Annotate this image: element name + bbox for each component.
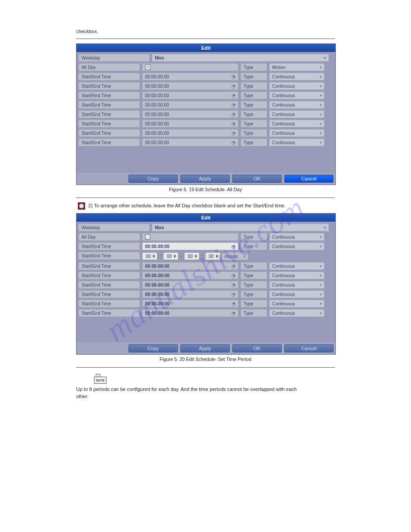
time-field[interactable]: 00:00-00:00◔ bbox=[142, 271, 239, 279]
divider bbox=[76, 39, 335, 39]
figure-caption-1: Figure 5. 19 Edit Schedule- All Day bbox=[76, 187, 335, 192]
ok-button[interactable]: OK bbox=[232, 344, 282, 352]
apply-button[interactable]: Apply bbox=[180, 175, 230, 183]
note-text-2: other. bbox=[76, 394, 335, 399]
chevron-down-icon: ▾ bbox=[324, 226, 326, 230]
time-separator: : bbox=[158, 253, 162, 259]
time-spinner[interactable]: 00▲▼ : 00▲▼ - 00▲▼ : 00▲▼ inuous▾ bbox=[142, 252, 303, 261]
type-select[interactable]: Continuous▾ bbox=[269, 300, 325, 308]
time-field[interactable]: 00:00-00:00◔ bbox=[142, 262, 239, 270]
type-label: Type bbox=[240, 63, 267, 71]
time-row-label: Start/End Time bbox=[78, 271, 140, 279]
time-field-active[interactable]: 00:00-00:00◔ bbox=[142, 242, 239, 250]
clock-icon: ◔ bbox=[231, 283, 235, 287]
type-select[interactable]: Continuous▾ bbox=[269, 290, 325, 298]
type-label: Type bbox=[240, 281, 267, 289]
time-row-label: Start/End Time bbox=[78, 120, 140, 128]
apply-button[interactable]: Apply bbox=[180, 344, 230, 352]
copy-button[interactable]: Copy bbox=[128, 175, 178, 183]
chevron-down-icon: ▾ bbox=[320, 311, 321, 315]
min-start-spinner[interactable]: 00▲▼ bbox=[163, 252, 179, 260]
clock-icon: ◔ bbox=[231, 311, 235, 316]
clock-icon: ◔ bbox=[231, 84, 235, 89]
hour-start-spinner[interactable]: 00▲▼ bbox=[142, 252, 158, 260]
type-select[interactable]: Continuous▾ bbox=[269, 281, 325, 289]
time-field[interactable]: 00:00-00:00◔ bbox=[142, 120, 239, 128]
chevron-down-icon: ▾ bbox=[320, 84, 321, 88]
type-select-partial[interactable]: inuous▾ bbox=[222, 252, 248, 260]
time-separator: : bbox=[201, 253, 204, 259]
time-row-label: Start/End Time bbox=[78, 290, 140, 298]
weekday-select[interactable]: Mon ▾ bbox=[152, 223, 329, 232]
time-field[interactable]: 00:00-00:00◔ bbox=[142, 73, 239, 81]
type-select[interactable]: Continuous▾ bbox=[269, 101, 325, 109]
allday-type-select[interactable]: Motion ▾ bbox=[269, 63, 325, 71]
divider bbox=[76, 367, 335, 368]
time-field[interactable]: 00:00-00:00◔ bbox=[142, 281, 239, 289]
time-row-label: Start/End Time bbox=[78, 242, 140, 250]
copy-button[interactable]: Copy bbox=[128, 344, 178, 352]
time-row-label: Start/End Time bbox=[78, 138, 140, 146]
panel-title: Edit bbox=[77, 214, 335, 222]
weekday-value: Mon bbox=[155, 56, 164, 60]
type-label: Type bbox=[240, 271, 267, 279]
clock-icon: ◔ bbox=[231, 292, 235, 297]
type-select[interactable]: Continuous▾ bbox=[269, 73, 325, 81]
time-field[interactable]: 00:00-00:00◔ bbox=[142, 309, 239, 317]
allday-checkbox[interactable]: ✓ bbox=[145, 64, 150, 70]
time-row-label: Start/End Time bbox=[78, 262, 140, 270]
cancel-button[interactable]: Cancel bbox=[284, 344, 334, 352]
type-label: Type bbox=[240, 82, 267, 90]
time-field[interactable]: 00:00-00:00◔ bbox=[142, 300, 239, 308]
time-field[interactable]: 00:00-00:00◔ bbox=[142, 101, 239, 109]
type-select[interactable]: Continuous▾ bbox=[269, 138, 325, 146]
hour-end-spinner[interactable]: 00▲▼ bbox=[184, 252, 200, 260]
chevron-down-icon: ▾ bbox=[320, 131, 321, 135]
ok-button[interactable]: OK bbox=[232, 175, 282, 183]
type-select[interactable]: Continuous▾ bbox=[269, 262, 325, 270]
note-icon: NOTE bbox=[94, 374, 107, 385]
clock-icon: ◔ bbox=[231, 121, 235, 126]
clock-icon: ◔ bbox=[231, 93, 235, 98]
edit-panel-1: Edit Weekday Mon ▾ All Day ✓ Type Motion… bbox=[76, 43, 336, 185]
min-end-spinner[interactable]: 00▲▼ bbox=[205, 252, 221, 260]
clock-icon: ◔ bbox=[231, 74, 235, 79]
type-select[interactable]: Continuous▾ bbox=[269, 120, 325, 128]
type-select[interactable]: Continuous▾ bbox=[269, 129, 325, 137]
clock-badge-icon bbox=[78, 202, 85, 210]
type-value: Motion bbox=[272, 65, 286, 70]
type-select[interactable]: Continuous▾ bbox=[269, 91, 325, 99]
chevron-down-icon: ▾ bbox=[320, 274, 321, 278]
chevron-down-icon: ▾ bbox=[320, 245, 321, 249]
chevron-down-icon: ▾ bbox=[320, 94, 321, 98]
weekday-select[interactable]: Mon ▾ bbox=[152, 54, 329, 62]
type-select[interactable]: Continuous▾ bbox=[269, 242, 325, 250]
time-field[interactable]: 00:00-00:00◔ bbox=[142, 82, 239, 90]
weekday-label: Weekday bbox=[78, 54, 150, 62]
type-label: Type bbox=[240, 138, 267, 146]
type-select[interactable]: Continuous▾ bbox=[269, 309, 325, 317]
allday-label: All Day bbox=[78, 233, 140, 241]
time-field[interactable]: 00:00-00:00◔ bbox=[142, 129, 239, 137]
type-select[interactable]: Continuous▾ bbox=[269, 110, 325, 118]
figure-caption-2: Figure 5. 20 Edit Schedule- Set Time Per… bbox=[76, 356, 335, 362]
weekday-label: Weekday bbox=[78, 223, 150, 232]
type-label: Type bbox=[240, 233, 267, 241]
time-field[interactable]: 00:00-00:00◔ bbox=[142, 290, 239, 298]
allday-cell: ✓ bbox=[142, 63, 239, 71]
chevron-down-icon: ▾ bbox=[320, 141, 321, 145]
time-field[interactable]: 00:00-00:00◔ bbox=[142, 91, 239, 99]
chevron-down-icon: ▾ bbox=[320, 65, 321, 69]
type-label: Type bbox=[240, 73, 267, 81]
type-select[interactable]: Continuous▾ bbox=[269, 82, 325, 90]
cancel-button[interactable]: Cancel bbox=[284, 175, 334, 183]
clock-icon: ◔ bbox=[231, 103, 235, 107]
type-select[interactable]: Continuous▾ bbox=[269, 271, 325, 279]
allday-checkbox[interactable] bbox=[145, 234, 150, 240]
clock-icon: ◔ bbox=[231, 131, 235, 136]
time-field[interactable]: 00:00-00:00◔ bbox=[142, 110, 239, 118]
allday-type-select[interactable]: Continuous ▾ bbox=[269, 233, 325, 241]
type-label: Type bbox=[240, 129, 267, 137]
time-field[interactable]: 00:00-00:00◔ bbox=[142, 138, 239, 146]
clock-icon: ◔ bbox=[231, 112, 235, 117]
